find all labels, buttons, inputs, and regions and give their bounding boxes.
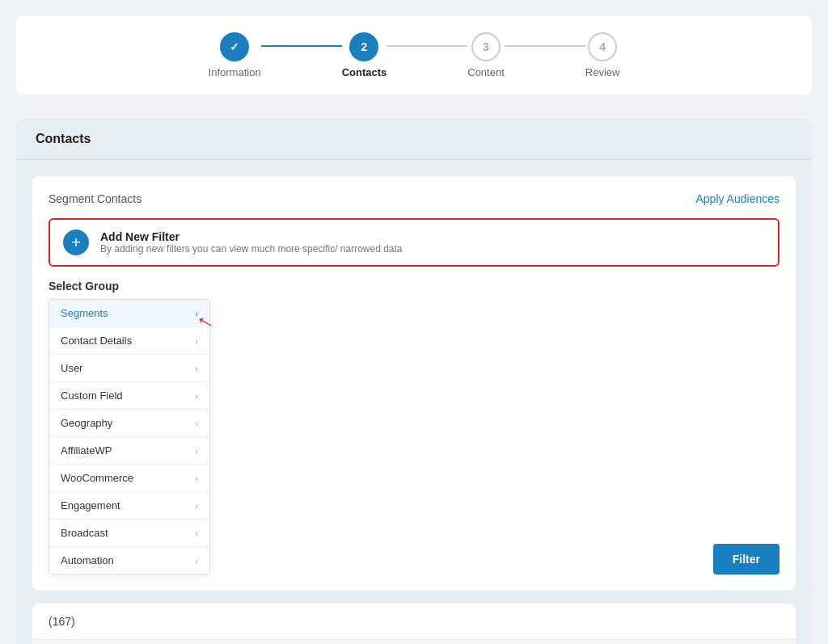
dropdown-label-segments: Segments: [61, 307, 108, 319]
step-label-information: Information: [209, 66, 261, 78]
select-group-left: Select Group ← Segments › Contact Detail…: [49, 280, 700, 575]
panel-body: Segment Contacts Apply Audiences + Add N…: [16, 160, 812, 644]
step-label-contacts: Contacts: [342, 66, 387, 78]
chevron-icon-custom-field: ›: [195, 391, 198, 401]
dropdown-label-automation: Automation: [61, 554, 114, 566]
step-label-content: Content: [467, 66, 505, 78]
dropdown-label-broadcast: Broadcast: [61, 527, 108, 539]
stepper: ✓ Information 2 Contacts 3 Content 4 Rev…: [16, 16, 812, 95]
select-group-label: Select Group: [49, 280, 700, 293]
chevron-icon-affiliatewp: ›: [195, 446, 198, 456]
dropdown-label-woocommerce: WooCommerce: [61, 472, 133, 484]
panel-header: Contacts: [16, 119, 812, 160]
group-dropdown[interactable]: Segments › Contact Details › User › Cu: [49, 299, 210, 575]
step-circle-information: ✓: [220, 32, 249, 61]
connector-3: [505, 45, 585, 47]
dropdown-item-broadcast[interactable]: Broadcast ›: [49, 520, 209, 547]
chevron-icon-user: ›: [195, 364, 198, 373]
step-review[interactable]: 4 Review: [585, 32, 620, 78]
dropdown-label-geography: Geography: [61, 417, 112, 429]
dropdown-item-contact-details[interactable]: Contact Details ›: [49, 327, 209, 355]
segment-header: Segment Contacts Apply Audiences: [49, 192, 779, 205]
dropdown-item-segments[interactable]: Segments ›: [49, 300, 209, 327]
dropdown-label-engagement: Engagement: [61, 499, 120, 511]
chevron-icon-segments: ›: [195, 309, 198, 318]
chevron-icon-broadcast: ›: [195, 528, 198, 538]
segment-contacts-card: Segment Contacts Apply Audiences + Add N…: [32, 176, 796, 591]
chevron-icon-automation: ›: [195, 556, 198, 566]
contacts-table-card: (167) Details Total Spent oe ✉ $111,791.…: [32, 604, 796, 644]
dropdown-item-geography[interactable]: Geography ›: [49, 410, 209, 437]
add-filter-title: Add New Filter: [100, 230, 403, 243]
step-contacts[interactable]: 2 Contacts: [342, 32, 387, 78]
select-group-row: Select Group ← Segments › Contact Detail…: [49, 280, 779, 575]
step-content[interactable]: 3 Content: [467, 32, 505, 78]
chevron-icon-contact-details: ›: [195, 336, 198, 346]
panel-title: Contacts: [36, 132, 91, 145]
table-title-row: (167): [32, 604, 796, 640]
step-circle-content: 3: [471, 32, 501, 61]
chevron-icon-geography: ›: [195, 419, 198, 428]
add-filter-subtitle: By adding new filters you can view much …: [100, 243, 403, 255]
connector-1: [261, 45, 342, 47]
dropdown-item-user[interactable]: User ›: [49, 355, 209, 382]
table-count: (167): [49, 615, 75, 628]
apply-audiences-link[interactable]: Apply Audiences: [695, 192, 779, 205]
dropdown-item-woocommerce[interactable]: WooCommerce ›: [49, 465, 209, 492]
step-circle-contacts: 2: [349, 32, 378, 61]
chevron-icon-engagement: ›: [195, 501, 198, 511]
table-header: Details Total Spent: [32, 640, 796, 644]
dropdown-item-automation[interactable]: Automation ›: [49, 547, 209, 574]
segment-title: Segment Contacts: [49, 192, 142, 205]
dropdown-item-custom-field[interactable]: Custom Field ›: [49, 382, 209, 410]
dropdown-label-contact-details: Contact Details: [61, 335, 132, 347]
chevron-icon-woocommerce: ›: [195, 474, 198, 483]
dropdown-label-custom-field: Custom Field: [61, 389, 123, 402]
step-label-review: Review: [585, 66, 620, 78]
plus-icon: +: [63, 229, 89, 255]
dropdown-label-affiliatewp: AffiliateWP: [61, 444, 112, 457]
connector-2: [387, 45, 467, 47]
dropdown-item-affiliatewp[interactable]: AffiliateWP ›: [49, 437, 209, 465]
filter-button[interactable]: Filter: [713, 544, 779, 575]
step-circle-review: 4: [588, 32, 617, 61]
add-filter-box[interactable]: + Add New Filter By adding new filters y…: [49, 218, 779, 267]
main-panel: Contacts Segment Contacts Apply Audience…: [16, 119, 812, 644]
dropdown-label-user: User: [61, 362, 82, 374]
step-information[interactable]: ✓ Information: [209, 32, 261, 78]
dropdown-item-engagement[interactable]: Engagement ›: [49, 492, 209, 520]
add-filter-text: Add New Filter By adding new filters you…: [100, 230, 403, 255]
